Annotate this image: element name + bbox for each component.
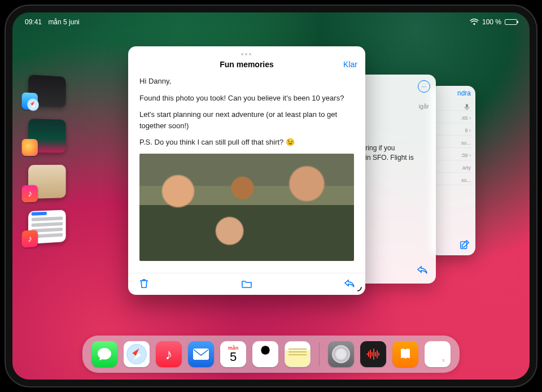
status-bar: 09:41 mån 5 juni 100 % bbox=[12, 16, 530, 28]
folder-icon[interactable] bbox=[241, 278, 252, 289]
svg-rect-0 bbox=[466, 104, 468, 108]
list-item[interactable]: :45 › bbox=[434, 115, 472, 123]
main-window-mail-draft[interactable]: ••• Fun memories Klar Hi Danny, Found th… bbox=[128, 46, 365, 295]
battery-icon bbox=[505, 19, 517, 25]
list-item[interactable]: so... bbox=[434, 177, 472, 185]
waveform-icon bbox=[366, 348, 381, 360]
dock-app-books[interactable] bbox=[392, 341, 418, 367]
bg-window-notes[interactable]: ndra :45 › 8 › so... :39 › arty so... bbox=[430, 86, 475, 255]
ipad-frame: 09:41 mån 5 juni 100 % ♪ ♪ bbox=[6, 6, 536, 386]
list-item[interactable]: 8 › bbox=[434, 128, 472, 136]
status-left: 09:41 mån 5 juni bbox=[25, 18, 84, 26]
books-icon bbox=[397, 346, 413, 362]
stage-thumb-safari[interactable] bbox=[28, 75, 66, 108]
titlebar: Fun memories Klar bbox=[128, 60, 365, 73]
compose-icon[interactable] bbox=[460, 239, 470, 250]
message-body[interactable]: Hi Danny, Found this photo you took! Can… bbox=[128, 73, 365, 273]
greeting-text: Hi Danny, bbox=[139, 76, 354, 87]
photos-icon bbox=[22, 139, 38, 156]
dock-app-safari[interactable] bbox=[124, 341, 150, 367]
dock-app-messages[interactable] bbox=[91, 341, 117, 367]
music-app-icon: ♪ bbox=[22, 230, 38, 248]
more-icon[interactable]: ··· bbox=[418, 80, 430, 93]
notes-header-action[interactable]: ndra bbox=[430, 86, 475, 98]
mail-body-preview: dering if you m in SFO. Flight is bbox=[358, 143, 429, 163]
stage-thumb-photos[interactable] bbox=[28, 119, 66, 153]
reply-icon[interactable] bbox=[417, 264, 428, 276]
stage-manager-strip: ♪ ♪ bbox=[28, 75, 66, 244]
list-item[interactable]: :39 › bbox=[434, 153, 472, 160]
paragraph: Let's start planning our next adventure … bbox=[139, 109, 354, 131]
mail-icon bbox=[193, 348, 209, 360]
window-title: Fun memories bbox=[220, 60, 274, 69]
dock-app-calendar[interactable]: mån 5 bbox=[220, 341, 246, 367]
dock-app-settings[interactable] bbox=[328, 341, 354, 367]
safari-icon bbox=[22, 92, 38, 110]
photos-icon bbox=[257, 346, 274, 363]
message-toolbar bbox=[128, 273, 365, 295]
paragraph: Found this photo you took! Can you belie… bbox=[139, 93, 354, 104]
list-item[interactable]: so... bbox=[434, 140, 472, 148]
dock-separator bbox=[319, 342, 320, 366]
dock-app-voice-memos[interactable] bbox=[360, 341, 386, 367]
list-item[interactable]: arty bbox=[434, 165, 472, 173]
battery-percent: 100 % bbox=[482, 18, 501, 26]
status-right: 100 % bbox=[470, 18, 517, 26]
paragraph: P.S. Do you think I can still pull off t… bbox=[139, 137, 354, 148]
messages-icon bbox=[97, 347, 112, 361]
safari-icon bbox=[126, 344, 147, 364]
status-time: 09:41 bbox=[25, 18, 42, 26]
dock-app-music[interactable]: ♪ bbox=[156, 341, 182, 367]
music-icon: ♪ bbox=[165, 346, 173, 363]
list-item[interactable] bbox=[434, 103, 472, 111]
svg-rect-2 bbox=[193, 349, 209, 360]
gear-icon bbox=[332, 345, 350, 363]
mail-timestamp: igår bbox=[358, 103, 429, 110]
status-date: mån 5 juni bbox=[48, 18, 79, 26]
attached-photo[interactable] bbox=[139, 154, 354, 261]
mic-icon bbox=[463, 103, 471, 111]
dock-app-notes[interactable] bbox=[285, 341, 311, 367]
wifi-icon bbox=[470, 19, 479, 25]
done-button[interactable]: Klar bbox=[343, 60, 357, 69]
calendar-day-label: 5 bbox=[230, 351, 237, 363]
resize-handle-icon[interactable] bbox=[353, 282, 362, 291]
stage-thumb-music[interactable]: ♪ bbox=[28, 165, 66, 199]
screen: 09:41 mån 5 juni 100 % ♪ ♪ bbox=[12, 12, 530, 380]
dock-app-library[interactable]: 5 bbox=[425, 341, 451, 367]
stage-thumb-player[interactable]: ♪ bbox=[28, 210, 66, 244]
dock-app-mail[interactable] bbox=[188, 341, 214, 367]
music-icon: ♪ bbox=[22, 185, 38, 203]
trash-icon[interactable] bbox=[138, 278, 150, 289]
dock-app-photos[interactable] bbox=[252, 341, 278, 367]
window-grabber-icon[interactable]: ••• bbox=[241, 50, 253, 59]
dock: ♪ mån 5 bbox=[82, 336, 460, 373]
